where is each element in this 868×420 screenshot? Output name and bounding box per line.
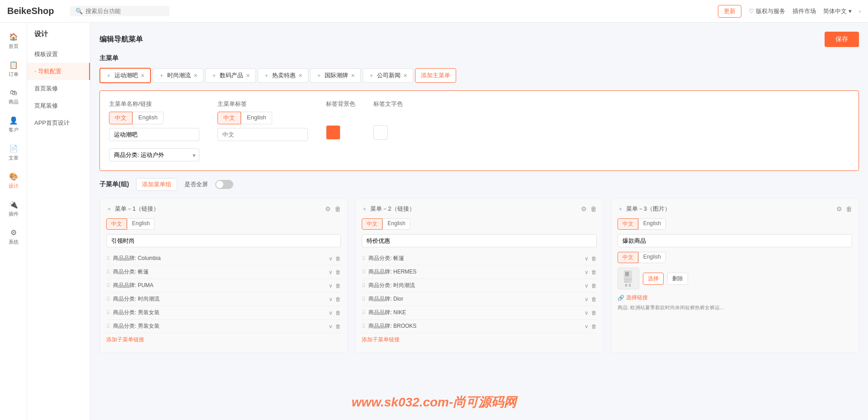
card-2-settings-button[interactable]: ⚙ — [836, 205, 842, 212]
sidebar-second-item-footer[interactable]: 页尾装修 — [27, 97, 90, 114]
close-icon[interactable]: ✕ — [193, 73, 198, 79]
card-1-settings-button[interactable]: ⚙ — [581, 205, 587, 212]
add-link-button-0[interactable]: 添加子菜单链接 — [106, 333, 144, 346]
chevron-down-icon[interactable]: ∨ — [585, 323, 589, 330]
delete-image-button[interactable]: 删除 — [667, 273, 688, 285]
chevron-down-icon[interactable]: ∨ — [585, 269, 589, 275]
trash-icon[interactable]: 🗑 — [335, 283, 341, 289]
plugin-market-link[interactable]: 插件市场 — [793, 7, 816, 15]
menu-tab-5[interactable]: ＋ 公司新闻 ✕ — [363, 68, 413, 83]
add-group-button[interactable]: 添加菜单组 — [136, 178, 177, 191]
chevron-down-icon[interactable]: ∨ — [329, 323, 333, 330]
main-menu-form-panel: 主菜单名称/链接 中文 English 主菜单标签 中文 English — [99, 90, 859, 171]
sidebar-item-customers[interactable]: 👤 客户 — [0, 111, 27, 139]
search-box[interactable]: 🔍 — [70, 6, 170, 16]
sidebar-item-orders[interactable]: 📋 订单 — [0, 55, 27, 83]
card-2-delete-button[interactable]: 🗑 — [846, 205, 852, 212]
trash-icon[interactable]: 🗑 — [591, 310, 597, 316]
card-2-lang-zh[interactable]: 中文 — [618, 218, 638, 230]
sidebar-item-design[interactable]: 🎨 设计 — [0, 167, 27, 195]
sidebar-second-item-app[interactable]: APP首页设计 — [27, 114, 90, 132]
card-2-image-lang-en[interactable]: English — [638, 252, 666, 263]
sidebar-item-home[interactable]: 🏠 首页 — [0, 27, 27, 55]
tag-input[interactable] — [217, 128, 308, 141]
card-1-lang-en[interactable]: English — [382, 218, 410, 230]
heart-icon: ♡ — [749, 8, 754, 14]
chevron-down-icon: ▾ — [849, 8, 852, 14]
add-main-menu-button[interactable]: 添加主菜单 — [415, 68, 456, 83]
card-0-delete-button[interactable]: 🗑 — [335, 205, 341, 212]
card-1-delete-button[interactable]: 🗑 — [590, 205, 597, 212]
chevron-down-icon[interactable]: ∨ — [329, 269, 333, 275]
card-2-lang-en[interactable]: English — [638, 218, 666, 230]
trash-icon[interactable]: 🗑 — [335, 310, 341, 316]
trash-icon[interactable]: 🗑 — [591, 296, 597, 302]
trash-icon[interactable]: 🗑 — [591, 255, 597, 262]
card-0-lang-en[interactable]: English — [127, 218, 155, 230]
lang-tab-en-tag[interactable]: English — [241, 112, 272, 124]
chevron-down-icon[interactable]: ∨ — [585, 310, 589, 316]
category-select[interactable]: 商品分类: 运动户外 — [109, 148, 199, 161]
chevron-down-icon[interactable]: ∨ — [329, 283, 333, 289]
sidebar-second-item-nav[interactable]: · 导航配置 — [27, 63, 90, 80]
trash-icon[interactable]: 🗑 — [335, 296, 341, 302]
lang-tab-en[interactable]: English — [132, 112, 164, 124]
card-1-lang-zh[interactable]: 中文 — [362, 218, 382, 230]
language-selector[interactable]: 简体中文 ▾ — [823, 7, 852, 15]
save-button[interactable]: 保存 — [825, 32, 859, 47]
sidebar-item-articles[interactable]: 📄 文章 — [0, 139, 27, 167]
update-button[interactable]: 更新 — [718, 5, 741, 18]
card-0-lang-zh[interactable]: 中文 — [106, 218, 127, 230]
trash-icon[interactable]: 🗑 — [591, 323, 597, 330]
card-0-settings-button[interactable]: ⚙ — [325, 205, 331, 212]
lang-tab-zh[interactable]: 中文 — [109, 112, 132, 124]
sidebar-item-plugins[interactable]: 🔌 插件 — [0, 195, 27, 223]
lang-tab-zh-tag[interactable]: 中文 — [217, 112, 241, 124]
sidebar-second-item-home-decor[interactable]: 首页装修 — [27, 80, 90, 97]
name-input[interactable] — [109, 128, 199, 141]
card-0-name-input[interactable] — [106, 234, 341, 247]
card-1-name-input[interactable] — [362, 234, 596, 247]
rights-link[interactable]: ♡ 版权与服务 — [749, 7, 785, 15]
menu-tab-4[interactable]: ＋ 国际潮牌 ✕ — [310, 68, 361, 83]
bg-color-swatch[interactable] — [326, 125, 340, 140]
add-link-button-1[interactable]: 添加子菜单链接 — [362, 333, 400, 346]
product-description: 商品: 欧洲站夏季新款时尚休闲短裤热裤女裤运... — [618, 304, 852, 311]
sidebar-item-goods[interactable]: 🛍 商品 — [0, 83, 27, 111]
menu-tab-2[interactable]: ＋ 数码产品 ✕ — [205, 68, 256, 83]
card-2-image-lang-zh[interactable]: 中文 — [618, 252, 638, 263]
close-icon[interactable]: ✕ — [298, 73, 302, 79]
close-icon[interactable]: ✕ — [403, 73, 407, 79]
card-1-title-text: 菜单－2（链接） — [370, 205, 415, 213]
close-icon[interactable]: ✕ — [141, 73, 145, 79]
text-color-swatch[interactable] — [373, 125, 388, 140]
search-input[interactable] — [85, 8, 164, 14]
trash-icon[interactable]: 🗑 — [335, 323, 341, 330]
sidebar-item-system[interactable]: ⚙ 系统 — [0, 223, 27, 251]
menu-tab-1[interactable]: ＋ 时尚潮流 ✕ — [153, 68, 203, 83]
svg-rect-6 — [629, 284, 631, 287]
sub-menu-card-2: ＋ 菜单－3（图片） ⚙ 🗑 中文 English — [611, 198, 859, 353]
menu-tab-0[interactable]: ＋ 运动潮吧 ✕ — [99, 68, 151, 83]
trash-icon[interactable]: 🗑 — [335, 255, 341, 262]
close-icon[interactable]: ✕ — [351, 73, 355, 79]
fullscreen-label: 是否全屏 — [184, 180, 208, 189]
select-image-button[interactable]: 选择 — [643, 273, 664, 285]
chevron-down-icon[interactable]: ∨ — [585, 255, 589, 262]
trash-icon[interactable]: 🗑 — [591, 283, 597, 289]
fullscreen-toggle[interactable] — [215, 180, 233, 189]
close-icon[interactable]: ✕ — [246, 73, 250, 79]
chevron-down-icon[interactable]: ∨ — [585, 296, 589, 302]
sidebar-second-item-template[interactable]: 模板设置 — [27, 46, 90, 63]
menu-tab-3[interactable]: ＋ 热卖特惠 ✕ — [258, 68, 308, 83]
card-2-name-input[interactable] — [618, 234, 852, 247]
trash-icon[interactable]: 🗑 — [335, 269, 341, 275]
chevron-down-icon[interactable]: ∨ — [329, 255, 333, 262]
chevron-down-icon[interactable]: ∨ — [329, 310, 333, 316]
link-select-area[interactable]: 🔗 选择链接 — [618, 294, 852, 302]
chevron-down-icon[interactable]: ∨ — [329, 296, 333, 302]
chevron-down-icon[interactable]: ∨ — [585, 283, 589, 289]
trash-icon[interactable]: 🗑 — [591, 269, 597, 275]
list-item: ⠿ 商品品牌: BROOKS ∨ 🗑 — [362, 320, 596, 333]
drag-handle-icon: ⠿ — [106, 323, 110, 330]
